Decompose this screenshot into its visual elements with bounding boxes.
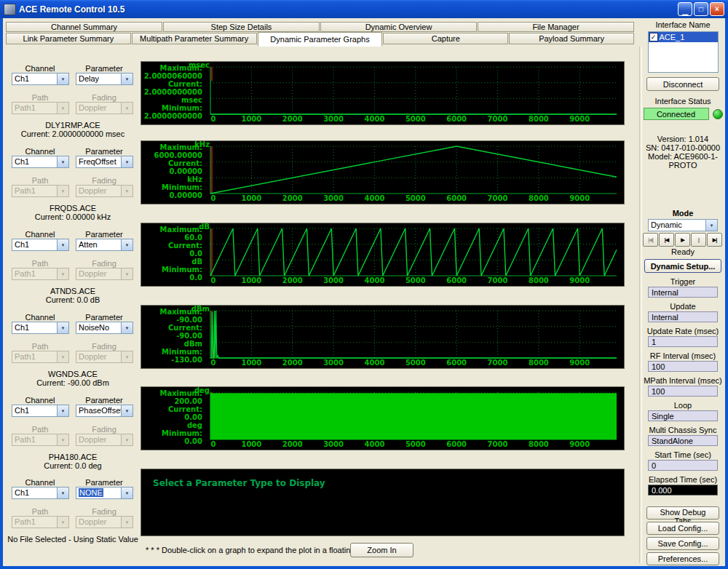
parameter-select[interactable]: NONE▼ (76, 487, 133, 499)
file-name: No File Selected - Using Static Value (6, 535, 140, 544)
svg-text:3000: 3000 (323, 276, 344, 284)
window-border-bottom (0, 566, 728, 569)
chevron-down-icon: ▼ (57, 186, 68, 196)
graph-plot[interactable]: 0100020003000400050006000700080009000 (141, 62, 624, 124)
tab-multipath-parameter-summary[interactable]: Multipath Parameter Summary (132, 33, 257, 44)
version-text: Version: 1.014 (641, 135, 725, 143)
chevron-down-icon[interactable]: ▼ (121, 488, 132, 498)
graph-delay[interactable]: 0100020003000400050006000700080009000Max… (141, 61, 625, 125)
interface-list[interactable]: ✓ ACE_1 (648, 31, 719, 73)
graph-plot[interactable]: 0100020003000400050006000700080009000 (141, 387, 624, 450)
channel-select[interactable]: Ch1▼ (12, 239, 69, 251)
channel-select[interactable]: Ch1▼ (12, 73, 69, 85)
tab-dynamic-parameter-graphs[interactable]: Dynamic Parameter Graphs (258, 32, 383, 47)
graph-noiseno[interactable]: 0100020003000400050006000700080009000Max… (141, 305, 625, 369)
field-loop[interactable]: Single (648, 410, 718, 421)
tab-file-manager[interactable]: File Manager (478, 22, 634, 32)
channel-select[interactable]: Ch1▼ (12, 405, 69, 417)
tab-step-size-details[interactable]: Step Size Details (163, 22, 320, 32)
field-label: Parameter (76, 396, 132, 405)
show-debug-tabs-button[interactable]: Show Debug Tabs (646, 506, 719, 520)
chevron-down-icon[interactable]: ▼ (57, 73, 68, 84)
graph-min-label: Minimum:0.00 (141, 429, 202, 445)
graph-plot[interactable]: 0100020003000400050006000700080009000 (141, 141, 624, 204)
field-mpath-interval-msec[interactable]: 100 (648, 386, 718, 397)
mode-label: Mode (673, 209, 694, 218)
zoom-in-button[interactable]: Zoom In (350, 543, 414, 557)
channel-select[interactable]: Ch1▼ (12, 322, 69, 334)
parameter-select[interactable]: NoiseNo▼ (76, 322, 133, 334)
svg-text:0: 0 (211, 440, 216, 448)
combo-value: PhaseOffset (76, 405, 121, 416)
field-update[interactable]: Internal (648, 311, 718, 322)
field-label: Parameter (76, 478, 132, 487)
field-label: Path (12, 425, 68, 434)
chevron-down-icon[interactable]: ▼ (121, 156, 132, 167)
minimize-button[interactable]: ▁ (678, 2, 692, 16)
graph-freqoffset[interactable]: 0100020003000400050006000700080009000Max… (141, 140, 625, 204)
chevron-down-icon[interactable]: ▼ (121, 322, 132, 333)
chevron-down-icon[interactable]: ▼ (57, 488, 68, 498)
interface-list-item[interactable]: ✓ ACE_1 (649, 32, 718, 42)
save-config-button[interactable]: Save Config... (646, 537, 719, 550)
channel-select[interactable]: Ch1▼ (12, 156, 69, 168)
load-config-button[interactable]: Load Config... (646, 522, 719, 535)
parameter-select[interactable]: Atten▼ (76, 239, 133, 251)
field-label-trigger: Trigger (670, 277, 695, 286)
chevron-down-icon[interactable]: ▼ (57, 322, 68, 333)
path-select: Path1▼ (12, 102, 69, 114)
combo-value: Delay (76, 73, 121, 84)
disconnect-button[interactable]: Disconnect (646, 77, 719, 91)
graph-atten[interactable]: 0100020003000400050006000700080009000Max… (141, 223, 625, 287)
combo-value: Doppler (76, 268, 121, 279)
transport-step-back-button[interactable]: |◀ (659, 233, 674, 247)
interface-checkbox[interactable]: ✓ (649, 33, 658, 41)
fading-parameter-select: Doppler▼ (76, 185, 133, 197)
graph-min-label: Minimum:0.00000 (141, 183, 202, 199)
chevron-down-icon[interactable]: ▼ (121, 239, 132, 250)
transport-skip-end-button[interactable]: ▶| (707, 233, 722, 247)
chevron-down-icon[interactable]: ▼ (121, 405, 132, 416)
preferences-button[interactable]: Preferences... (646, 552, 719, 565)
mode-select[interactable]: Dynamic ▼ (648, 219, 718, 231)
parameter-panel: ChannelParameterPathFading ParameterCh1▼… (6, 47, 140, 565)
maximize-button[interactable]: □ (694, 2, 708, 16)
tab-dynamic-overview[interactable]: Dynamic Overview (320, 22, 477, 32)
path-select: Path1▼ (12, 434, 69, 446)
tab-link-parameter-summary[interactable]: Link Parameter Summary (6, 33, 131, 44)
close-button[interactable]: × (710, 2, 724, 16)
field-update-rate-msec[interactable]: 1 (648, 336, 718, 347)
graph-unit-label: dB (182, 223, 210, 231)
graph-current-label: Current:2.0000000000msec (141, 80, 202, 104)
parameter-select[interactable]: FreqOffset▼ (76, 156, 133, 168)
chevron-down-icon[interactable]: ▼ (121, 73, 132, 84)
graph-plot[interactable]: 0100020003000400050006000700080009000 (141, 306, 624, 368)
parameter-select[interactable]: Delay▼ (76, 73, 133, 85)
combo-value: Path1 (12, 434, 57, 445)
chevron-down-icon[interactable]: ▼ (57, 156, 68, 167)
field-label: Parameter (76, 230, 132, 239)
graph-current-label: Current:0.00deg (141, 405, 202, 429)
combo-value: NONE (76, 488, 121, 498)
tab-capture[interactable]: Capture (383, 33, 508, 44)
chevron-down-icon[interactable]: ▼ (705, 220, 717, 231)
tab-channel-summary[interactable]: Channel Summary (6, 22, 162, 32)
field-label-mpath-interval-msec: MPath Interval (msec) (644, 376, 722, 385)
tab-payload-summary[interactable]: Payload Summary (509, 33, 634, 44)
transport-play-button[interactable]: ▶ (675, 233, 690, 247)
chevron-down-icon[interactable]: ▼ (57, 405, 68, 416)
graph-plot[interactable]: 0100020003000400050006000700080009000 (141, 223, 624, 286)
field-multi-chassis-sync[interactable]: StandAlone (648, 435, 718, 446)
svg-text:8000: 8000 (529, 359, 549, 367)
graph-phaseoffset[interactable]: 0100020003000400050006000700080009000Max… (141, 386, 625, 450)
field-start-time-sec[interactable]: 0 (648, 460, 718, 471)
field-elapsed-time-sec[interactable]: 0.000 (648, 485, 718, 496)
channel-select[interactable]: Ch1▼ (12, 487, 69, 499)
chevron-down-icon[interactable]: ▼ (57, 239, 68, 250)
field-rf-interval-msec[interactable]: 100 (648, 361, 718, 372)
field-trigger[interactable]: Internal (648, 287, 718, 298)
graph-unit-label: deg (182, 386, 210, 394)
graph-none[interactable]: Select a Parameter Type to Display (141, 469, 625, 536)
dynamic-setup-button[interactable]: Dynamic Setup... (644, 259, 721, 273)
parameter-select[interactable]: PhaseOffset▼ (76, 405, 133, 417)
